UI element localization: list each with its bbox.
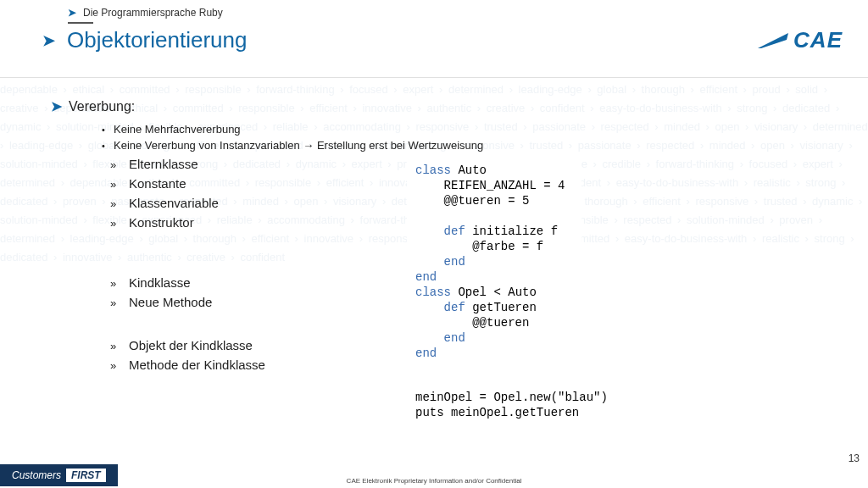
slide-header: ➤ Die Programmiersprache Ruby ➤ Objektor… xyxy=(0,0,868,78)
divider xyxy=(68,22,93,24)
code-block-class: class Auto REIFEN_ANZAHL = 4 @@tueren = … xyxy=(407,158,581,366)
customers-first-badge: Customers FIRST xyxy=(0,464,118,486)
section-heading: ➤ Vererbung: xyxy=(51,98,826,114)
arrow-icon: ➤ xyxy=(68,7,76,19)
confidential-text: CAE Elektronik Proprietary Information a… xyxy=(347,477,522,485)
list-item: •Keine Mehrfachvererbung xyxy=(102,123,826,136)
code-block-usage: meinOpel = Opel.new("blau") puts meinOpe… xyxy=(407,386,620,424)
logo-text: CAE xyxy=(793,27,843,53)
first-label: FIRST xyxy=(66,469,106,482)
brand-logo: CAE xyxy=(756,27,843,53)
page-title: Objektorientierung xyxy=(67,27,247,53)
breadcrumb: ➤ Die Programmiersprache Ruby xyxy=(68,7,843,19)
customers-label: Customers xyxy=(12,469,61,481)
bullet-list: •Keine Mehrfachvererbung •Keine Vererbun… xyxy=(102,123,826,152)
arrow-icon: ➤ xyxy=(51,98,62,114)
arrow-icon: ➤ xyxy=(42,31,55,50)
section-heading-text: Vererbung: xyxy=(69,99,135,114)
breadcrumb-text: Die Programmiersprache Ruby xyxy=(83,7,223,19)
slide-footer: Customers FIRST CAE Elektronik Proprieta… xyxy=(0,463,868,488)
list-item: •Keine Vererbung von Instanzvariablen → … xyxy=(102,139,826,152)
swoosh-icon xyxy=(756,31,790,50)
